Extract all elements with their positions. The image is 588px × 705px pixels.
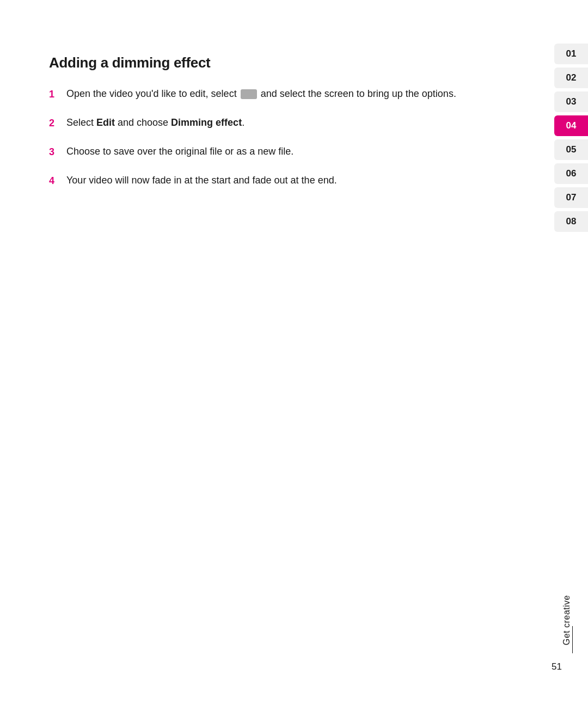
- step-4-number: 4: [49, 173, 66, 189]
- section-label: Get creative: [562, 595, 572, 645]
- tab-05[interactable]: 05: [554, 139, 588, 160]
- page-number: 51: [552, 661, 562, 672]
- step-4-text: Your video will now fade in at the start…: [66, 173, 337, 188]
- divider: [572, 626, 573, 653]
- step-3: 3 Choose to save over the original file …: [49, 144, 501, 160]
- step-2: 2 Select Edit and choose Dimming effect.: [49, 115, 501, 131]
- tab-01[interactable]: 01: [554, 44, 588, 64]
- step-3-text: Choose to save over the original file or…: [66, 144, 293, 160]
- tab-03[interactable]: 03: [554, 91, 588, 112]
- step-3-number: 3: [49, 144, 66, 160]
- steps-list: 1 Open the video you'd like to edit, sel…: [49, 87, 501, 189]
- main-content: Adding a dimming effect 1 Open the video…: [49, 54, 501, 202]
- screen-icon: [241, 89, 257, 99]
- tab-06[interactable]: 06: [554, 163, 588, 184]
- step-1-number: 1: [49, 87, 66, 102]
- sidebar-tabs: 01 02 03 04 05 06 07 08: [554, 44, 588, 232]
- step-2-number: 2: [49, 115, 66, 131]
- tab-07[interactable]: 07: [554, 187, 588, 208]
- section-title: Adding a dimming effect: [49, 54, 501, 71]
- step-1: 1 Open the video you'd like to edit, sel…: [49, 87, 501, 102]
- tab-02[interactable]: 02: [554, 68, 588, 88]
- step-4: 4 Your video will now fade in at the sta…: [49, 173, 501, 189]
- tab-08[interactable]: 08: [554, 211, 588, 232]
- step-2-text: Select Edit and choose Dimming effect.: [66, 115, 244, 131]
- step-1-text: Open the video you'd like to edit, selec…: [66, 87, 456, 102]
- tab-04[interactable]: 04: [554, 115, 588, 136]
